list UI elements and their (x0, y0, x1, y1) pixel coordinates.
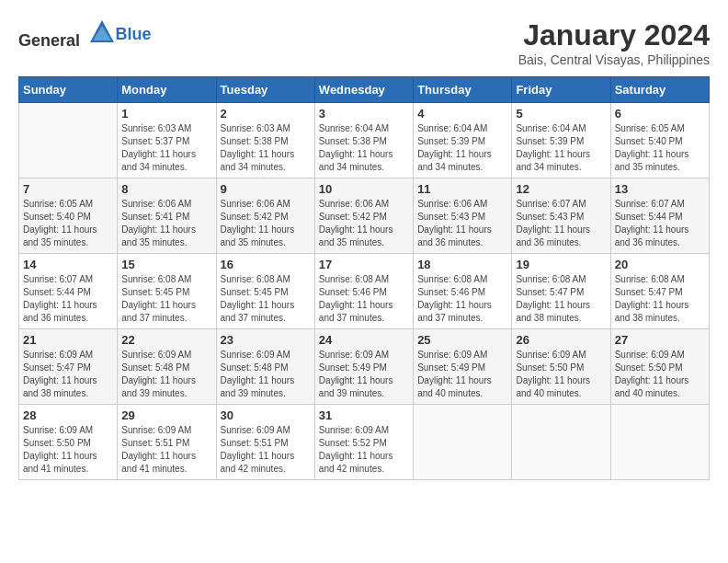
sunrise-text: Sunrise: 6:09 AM (615, 349, 705, 362)
sunrise-text: Sunrise: 6:07 AM (615, 198, 705, 211)
calendar-cell: 4 Sunrise: 6:04 AM Sunset: 5:39 PM Dayli… (414, 103, 512, 178)
daylight-text: Daylight: 11 hours and 39 minutes. (121, 374, 211, 400)
daylight-text: Daylight: 11 hours and 37 minutes. (221, 299, 311, 325)
header-cell-thursday: Thursday (414, 77, 512, 103)
sunset-text: Sunset: 5:47 PM (23, 362, 113, 374)
sunrise-text: Sunrise: 6:06 AM (417, 198, 507, 211)
daylight-text: Daylight: 11 hours and 39 minutes. (221, 374, 311, 400)
day-info: Sunrise: 6:08 AM Sunset: 5:45 PM Dayligh… (121, 273, 211, 325)
sunrise-text: Sunrise: 6:05 AM (23, 198, 113, 211)
sunrise-text: Sunrise: 6:09 AM (516, 349, 606, 362)
sunrise-text: Sunrise: 6:09 AM (417, 349, 507, 362)
sunset-text: Sunset: 5:44 PM (23, 286, 113, 299)
header-cell-tuesday: Tuesday (216, 77, 314, 103)
week-row-3: 14 Sunrise: 6:07 AM Sunset: 5:44 PM Dayl… (19, 254, 710, 329)
calendar-cell: 25 Sunrise: 6:09 AM Sunset: 5:49 PM Dayl… (414, 329, 512, 405)
day-info: Sunrise: 6:06 AM Sunset: 5:42 PM Dayligh… (319, 198, 409, 249)
day-number: 24 (319, 333, 409, 347)
day-number: 6 (615, 107, 705, 121)
sunrise-text: Sunrise: 6:04 AM (417, 122, 507, 135)
daylight-text: Daylight: 11 hours and 40 minutes. (615, 374, 705, 400)
daylight-text: Daylight: 11 hours and 39 minutes. (319, 374, 409, 400)
daylight-text: Daylight: 11 hours and 35 minutes. (319, 224, 409, 249)
sunrise-text: Sunrise: 6:07 AM (23, 273, 113, 286)
sunrise-text: Sunrise: 6:08 AM (221, 273, 311, 286)
day-info: Sunrise: 6:03 AM Sunset: 5:37 PM Dayligh… (121, 122, 211, 174)
daylight-text: Daylight: 11 hours and 34 minutes. (319, 148, 409, 174)
logo-text-blue: Blue (116, 25, 152, 43)
daylight-text: Daylight: 11 hours and 41 minutes. (121, 450, 211, 476)
sunset-text: Sunset: 5:40 PM (615, 135, 705, 148)
day-number: 9 (221, 182, 311, 196)
day-number: 10 (319, 182, 409, 196)
day-info: Sunrise: 6:08 AM Sunset: 5:47 PM Dayligh… (516, 273, 606, 325)
daylight-text: Daylight: 11 hours and 35 minutes. (615, 148, 705, 174)
day-info: Sunrise: 6:09 AM Sunset: 5:50 PM Dayligh… (615, 349, 705, 400)
calendar-cell (610, 405, 709, 480)
daylight-text: Daylight: 11 hours and 37 minutes. (121, 299, 211, 325)
day-info: Sunrise: 6:04 AM Sunset: 5:39 PM Dayligh… (417, 122, 507, 174)
daylight-text: Daylight: 11 hours and 37 minutes. (319, 299, 409, 325)
day-info: Sunrise: 6:07 AM Sunset: 5:44 PM Dayligh… (23, 273, 113, 325)
day-info: Sunrise: 6:06 AM Sunset: 5:43 PM Dayligh… (417, 198, 507, 249)
header-row: SundayMondayTuesdayWednesdayThursdayFrid… (19, 77, 710, 103)
header-cell-wednesday: Wednesday (314, 77, 413, 103)
sunset-text: Sunset: 5:48 PM (221, 362, 311, 374)
sunrise-text: Sunrise: 6:05 AM (615, 122, 705, 135)
sunset-text: Sunset: 5:44 PM (615, 211, 705, 224)
header-cell-saturday: Saturday (610, 77, 709, 103)
calendar-cell: 31 Sunrise: 6:09 AM Sunset: 5:52 PM Dayl… (314, 405, 413, 480)
calendar-cell: 12 Sunrise: 6:07 AM Sunset: 5:43 PM Dayl… (512, 178, 610, 254)
day-number: 15 (121, 258, 211, 271)
sunset-text: Sunset: 5:42 PM (319, 211, 409, 224)
day-info: Sunrise: 6:09 AM Sunset: 5:48 PM Dayligh… (121, 349, 211, 400)
daylight-text: Daylight: 11 hours and 42 minutes. (221, 450, 311, 476)
day-number: 31 (319, 408, 409, 422)
header-cell-friday: Friday (512, 77, 610, 103)
day-number: 25 (417, 333, 507, 347)
week-row-5: 28 Sunrise: 6:09 AM Sunset: 5:50 PM Dayl… (19, 405, 710, 480)
daylight-text: Daylight: 11 hours and 40 minutes. (516, 374, 606, 400)
day-info: Sunrise: 6:07 AM Sunset: 5:43 PM Dayligh… (516, 198, 606, 249)
sunset-text: Sunset: 5:50 PM (615, 362, 705, 374)
logo: General Blue (18, 18, 152, 51)
week-row-1: 1 Sunrise: 6:03 AM Sunset: 5:37 PM Dayli… (19, 103, 710, 178)
daylight-text: Daylight: 11 hours and 38 minutes. (23, 374, 113, 400)
day-number: 20 (615, 258, 705, 271)
sunset-text: Sunset: 5:39 PM (417, 135, 507, 148)
sunrise-text: Sunrise: 6:03 AM (221, 122, 311, 135)
calendar-cell: 2 Sunrise: 6:03 AM Sunset: 5:38 PM Dayli… (216, 103, 314, 178)
day-info: Sunrise: 6:09 AM Sunset: 5:49 PM Dayligh… (417, 349, 507, 400)
sunset-text: Sunset: 5:51 PM (121, 437, 211, 450)
calendar-cell: 14 Sunrise: 6:07 AM Sunset: 5:44 PM Dayl… (19, 254, 118, 329)
sunset-text: Sunset: 5:49 PM (417, 362, 507, 374)
calendar-cell: 22 Sunrise: 6:09 AM Sunset: 5:48 PM Dayl… (118, 329, 216, 405)
sunset-text: Sunset: 5:38 PM (319, 135, 409, 148)
day-number: 12 (516, 182, 606, 196)
header-cell-sunday: Sunday (19, 77, 118, 103)
day-info: Sunrise: 6:09 AM Sunset: 5:47 PM Dayligh… (23, 349, 113, 400)
calendar-cell: 26 Sunrise: 6:09 AM Sunset: 5:50 PM Dayl… (512, 329, 610, 405)
daylight-text: Daylight: 11 hours and 36 minutes. (615, 224, 705, 249)
sunset-text: Sunset: 5:38 PM (221, 135, 311, 148)
sunset-text: Sunset: 5:43 PM (417, 211, 507, 224)
daylight-text: Daylight: 11 hours and 35 minutes. (121, 224, 211, 249)
sunset-text: Sunset: 5:50 PM (516, 362, 606, 374)
calendar-cell: 6 Sunrise: 6:05 AM Sunset: 5:40 PM Dayli… (610, 103, 709, 178)
day-info: Sunrise: 6:08 AM Sunset: 5:46 PM Dayligh… (319, 273, 409, 325)
calendar-cell: 17 Sunrise: 6:08 AM Sunset: 5:46 PM Dayl… (314, 254, 413, 329)
day-number: 13 (615, 182, 705, 196)
daylight-text: Daylight: 11 hours and 34 minutes. (516, 148, 606, 174)
sunset-text: Sunset: 5:46 PM (319, 286, 409, 299)
sunset-text: Sunset: 5:52 PM (319, 437, 409, 450)
calendar-cell: 7 Sunrise: 6:05 AM Sunset: 5:40 PM Dayli… (19, 178, 118, 254)
sunrise-text: Sunrise: 6:09 AM (221, 424, 311, 437)
daylight-text: Daylight: 11 hours and 41 minutes. (23, 450, 113, 476)
day-info: Sunrise: 6:04 AM Sunset: 5:38 PM Dayligh… (319, 122, 409, 174)
sunset-text: Sunset: 5:43 PM (516, 211, 606, 224)
day-info: Sunrise: 6:08 AM Sunset: 5:46 PM Dayligh… (417, 273, 507, 325)
day-info: Sunrise: 6:07 AM Sunset: 5:44 PM Dayligh… (615, 198, 705, 249)
day-number: 30 (221, 408, 311, 422)
calendar-cell: 21 Sunrise: 6:09 AM Sunset: 5:47 PM Dayl… (19, 329, 118, 405)
day-info: Sunrise: 6:09 AM Sunset: 5:49 PM Dayligh… (319, 349, 409, 400)
